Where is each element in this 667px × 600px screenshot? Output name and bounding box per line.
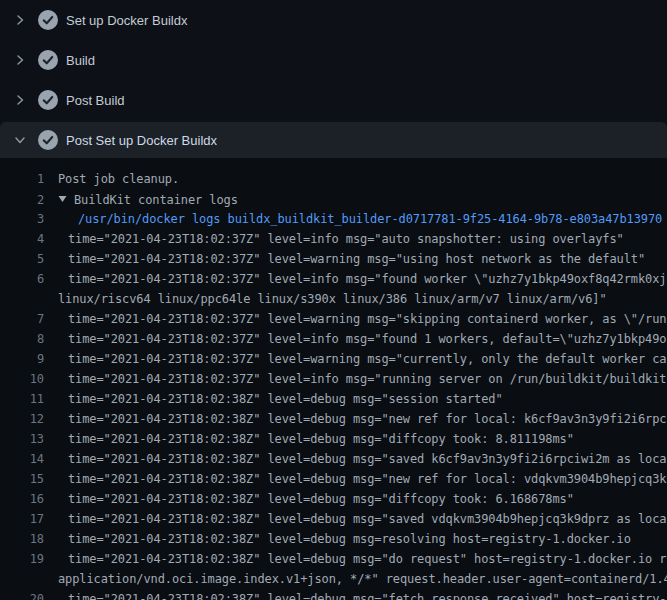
log-text: time="2021-04-23T18:02:37Z" level=info m… — [68, 329, 667, 349]
line-number[interactable]: 8 — [0, 329, 44, 349]
log-line: 3/usr/bin/docker logs buildx_buildkit_bu… — [0, 209, 667, 229]
line-number[interactable]: 10 — [0, 369, 44, 389]
check-circle-icon — [38, 50, 58, 70]
line-number[interactable]: 6 — [0, 269, 44, 289]
log-line: 19time="2021-04-23T18:02:38Z" level=debu… — [0, 549, 667, 569]
log-text: time="2021-04-23T18:02:38Z" level=debug … — [68, 389, 503, 409]
step-label: Build — [66, 53, 95, 68]
line-number[interactable]: 17 — [0, 509, 44, 529]
log-group-toggle[interactable]: BuildKit container logs — [58, 189, 238, 210]
line-number[interactable]: 18 — [0, 529, 44, 549]
log-text: linux/riscv64 linux/ppc64le linux/s390x … — [58, 289, 607, 309]
log-text: time="2021-04-23T18:02:38Z" level=debug … — [68, 589, 666, 600]
line-number[interactable]: 2 — [0, 190, 44, 210]
log-line: 9time="2021-04-23T18:02:37Z" level=warni… — [0, 349, 667, 369]
log-group-label: BuildKit container logs — [74, 193, 238, 207]
log-line: 20time="2021-04-23T18:02:38Z" level=debu… — [0, 589, 667, 600]
line-number[interactable]: 19 — [0, 549, 44, 569]
check-circle-icon — [38, 10, 58, 30]
line-number[interactable]: 15 — [0, 469, 44, 489]
log-line: 6time="2021-04-23T18:02:37Z" level=info … — [0, 269, 667, 289]
log-text: Post job cleanup. — [58, 169, 179, 189]
step-row-post-build[interactable]: Post Build — [0, 80, 667, 120]
steps-list: Set up Docker BuildxBuildPost BuildPost … — [0, 0, 667, 158]
step-label: Post Set up Docker Buildx — [66, 133, 217, 148]
line-number[interactable]: 4 — [0, 229, 44, 249]
line-number[interactable]: 20 — [0, 589, 44, 600]
log-text: time="2021-04-23T18:02:37Z" level=info m… — [68, 369, 667, 389]
log-line: 2BuildKit container logs — [0, 189, 667, 209]
log-text: time="2021-04-23T18:02:38Z" level=debug … — [68, 549, 667, 569]
log-text: time="2021-04-23T18:02:38Z" level=debug … — [68, 529, 631, 549]
step-label: Post Build — [66, 93, 125, 108]
log-line: linux/riscv64 linux/ppc64le linux/s390x … — [0, 289, 667, 309]
log-line: 18time="2021-04-23T18:02:38Z" level=debu… — [0, 529, 667, 549]
line-number[interactable]: 5 — [0, 249, 44, 269]
log-line: 11time="2021-04-23T18:02:38Z" level=debu… — [0, 389, 667, 409]
log-text: time="2021-04-23T18:02:38Z" level=debug … — [68, 509, 667, 529]
log-line: 15time="2021-04-23T18:02:38Z" level=debu… — [0, 469, 667, 489]
log-line: 5time="2021-04-23T18:02:37Z" level=warni… — [0, 249, 667, 269]
log-text: time="2021-04-23T18:02:38Z" level=debug … — [68, 449, 667, 469]
log-text: time="2021-04-23T18:02:37Z" level=info m… — [68, 269, 667, 289]
log-text: time="2021-04-23T18:02:38Z" level=debug … — [68, 469, 667, 489]
log-line: 7time="2021-04-23T18:02:37Z" level=warni… — [0, 309, 667, 329]
log-text: time="2021-04-23T18:02:37Z" level=warnin… — [68, 349, 667, 369]
step-row-post-set-up-docker-buildx[interactable]: Post Set up Docker Buildx — [0, 122, 667, 158]
step-row-build[interactable]: Build — [0, 40, 667, 80]
log-text: time="2021-04-23T18:02:38Z" level=debug … — [68, 429, 574, 449]
log-line: 16time="2021-04-23T18:02:38Z" level=debu… — [0, 489, 667, 509]
log-line: 14time="2021-04-23T18:02:38Z" level=debu… — [0, 449, 667, 469]
log-text: time="2021-04-23T18:02:37Z" level=warnin… — [68, 249, 645, 269]
log-text: time="2021-04-23T18:02:37Z" level=info m… — [68, 229, 624, 249]
actions-log-viewer: Set up Docker BuildxBuildPost BuildPost … — [0, 0, 667, 600]
log-console: 1Post job cleanup.2BuildKit container lo… — [0, 158, 667, 600]
log-line: 12time="2021-04-23T18:02:38Z" level=debu… — [0, 409, 667, 429]
log-line: 13time="2021-04-23T18:02:38Z" level=debu… — [0, 429, 667, 449]
check-circle-icon — [38, 90, 58, 110]
line-number[interactable]: 9 — [0, 349, 44, 369]
log-text: time="2021-04-23T18:02:38Z" level=debug … — [68, 409, 667, 429]
chevron-right-icon — [14, 54, 26, 66]
log-line: 8time="2021-04-23T18:02:37Z" level=info … — [0, 329, 667, 349]
step-label: Set up Docker Buildx — [66, 13, 187, 28]
chevron-right-icon — [14, 14, 26, 26]
line-number[interactable]: 1 — [0, 169, 44, 189]
log-line: 10time="2021-04-23T18:02:37Z" level=info… — [0, 369, 667, 389]
log-text: time="2021-04-23T18:02:38Z" level=debug … — [68, 489, 574, 509]
check-circle-icon — [38, 130, 58, 150]
line-number[interactable]: 12 — [0, 409, 44, 429]
line-number[interactable]: 16 — [0, 489, 44, 509]
line-number[interactable]: 7 — [0, 309, 44, 329]
log-line: application/vnd.oci.image.index.v1+json,… — [0, 569, 667, 589]
log-line: 17time="2021-04-23T18:02:38Z" level=debu… — [0, 509, 667, 529]
step-row-set-up-docker-buildx[interactable]: Set up Docker Buildx — [0, 0, 667, 40]
log-text: application/vnd.oci.image.index.v1+json,… — [58, 569, 667, 589]
chevron-down-icon — [14, 134, 26, 146]
chevron-right-icon — [14, 94, 26, 106]
log-line: 1Post job cleanup. — [0, 169, 667, 189]
line-number[interactable]: 3 — [0, 209, 44, 229]
log-command-text: /usr/bin/docker logs buildx_buildkit_bui… — [78, 209, 662, 229]
line-number[interactable]: 14 — [0, 449, 44, 469]
triangle-down-icon — [58, 189, 67, 197]
log-text: time="2021-04-23T18:02:37Z" level=warnin… — [68, 309, 667, 329]
log-line: 4time="2021-04-23T18:02:37Z" level=info … — [0, 229, 667, 249]
line-number[interactable]: 13 — [0, 429, 44, 449]
line-number[interactable]: 11 — [0, 389, 44, 409]
